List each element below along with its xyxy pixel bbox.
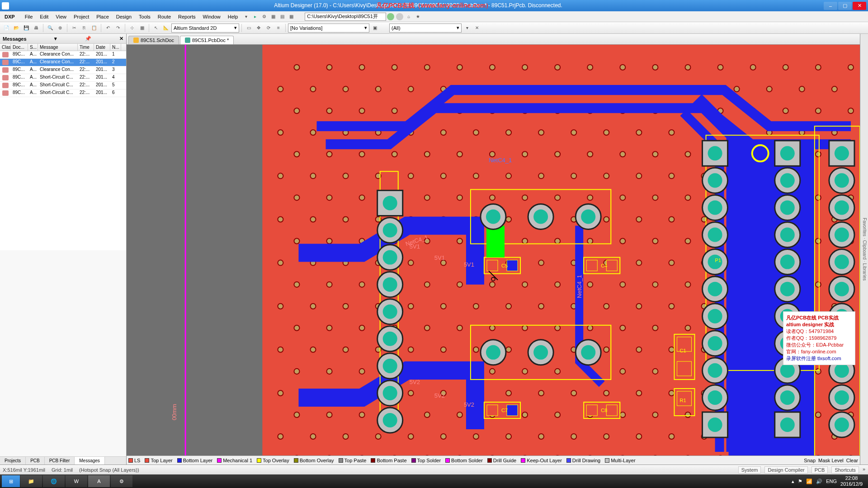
select-icon[interactable]: ▭ <box>244 23 253 33</box>
pcb-canvas[interactable]: 00mm <box>127 45 860 455</box>
toolbar-dropdown-icon[interactable]: ▾ <box>241 12 250 21</box>
clock[interactable]: 22:08 2016/12/9 <box>840 475 863 487</box>
app-taskbar-icon[interactable]: W <box>66 475 87 487</box>
reports-menu[interactable]: Reports <box>175 13 199 20</box>
open-icon[interactable]: 📂 <box>12 23 21 33</box>
path-box[interactable] <box>305 13 386 21</box>
clear-button[interactable]: Clear <box>846 458 858 463</box>
layer-ls[interactable]: LS <box>128 458 140 463</box>
tool-taskbar-icon[interactable]: ⚙ <box>111 475 132 487</box>
pcb-tab[interactable]: PCB <box>26 457 45 465</box>
system-button[interactable]: System <box>738 466 761 474</box>
filter-apply-icon[interactable]: ▾ <box>462 23 472 33</box>
print-icon[interactable]: 🖶 <box>32 23 41 33</box>
filter-clear-icon[interactable]: ✕ <box>472 23 481 33</box>
layer-bot-solder[interactable]: Bottom Solder <box>445 458 483 463</box>
lang-indicator[interactable]: ENG <box>826 479 837 484</box>
minimize-button[interactable]: – <box>824 2 837 10</box>
message-row[interactable]: 89C...A...Clearance Con...22:...201...1 <box>0 51 126 59</box>
layer-keepout[interactable]: Keep-Out Layer <box>521 458 562 463</box>
mask-level[interactable]: Mask Level <box>818 458 844 463</box>
explorer-taskbar-icon[interactable]: 📁 <box>20 475 42 487</box>
right-sidebar[interactable]: Favorites · Clipboard · Libraries <box>860 34 868 465</box>
pointer-icon[interactable]: ↖ <box>151 23 160 33</box>
tray-up-icon[interactable]: ▴ <box>792 479 794 484</box>
layer-top-paste[interactable]: Top Paste <box>339 458 367 463</box>
message-row[interactable]: 89C...A...Clearance Con...22:...201...3 <box>0 66 126 74</box>
snap-icon[interactable]: ⊹ <box>127 23 137 33</box>
tray-status-icon[interactable]: ⚑ <box>798 479 802 484</box>
preview-icon[interactable]: 🔍 <box>46 23 55 33</box>
dxp-menu[interactable]: DXP <box>2 13 18 20</box>
layer-top-solder[interactable]: Top Solder <box>411 458 441 463</box>
grid-icon[interactable]: ▦ <box>269 12 278 21</box>
copy-icon[interactable]: ⎘ <box>80 23 89 33</box>
tools-menu[interactable]: Tools <box>135 13 154 20</box>
config-icon[interactable]: ⚙ <box>259 12 269 21</box>
layer-top[interactable]: Top Layer <box>145 458 172 463</box>
run-icon[interactable]: ▸ <box>250 12 259 21</box>
project-menu[interactable]: Project <box>70 13 93 20</box>
messages-grid[interactable]: Class Doc... S... Message Time Date N...… <box>0 44 126 250</box>
projects-tab[interactable]: Projects <box>0 457 26 465</box>
redo-icon[interactable]: ↷ <box>113 23 123 33</box>
panel-close-icon[interactable]: ✕ <box>119 36 123 42</box>
home-icon[interactable]: ⌂ <box>404 12 413 21</box>
grid2-icon[interactable]: ▦ <box>287 12 296 21</box>
shortcuts-button[interactable]: Shortcuts <box>831 466 859 474</box>
file-menu[interactable]: File <box>21 13 37 20</box>
design-menu[interactable]: Design <box>113 13 135 20</box>
sch-doc-tab[interactable]: 89C51.SchDoc <box>128 36 179 44</box>
paste-icon[interactable]: 📋 <box>90 23 99 33</box>
layer-drill-draw[interactable]: Drill Drawing <box>566 458 600 463</box>
view-mode-combo[interactable]: Altium Standard 2D▾ <box>171 23 239 33</box>
layer-bot-overlay[interactable]: Bottom Overlay <box>294 458 334 463</box>
layer-top-overlay[interactable]: Top Overlay <box>257 458 289 463</box>
route-menu[interactable]: Route <box>154 13 175 20</box>
message-row[interactable]: 89C...A...Short-Circuit C...22:...201...… <box>0 89 126 97</box>
align-icon[interactable]: ≡ <box>274 23 283 33</box>
design-compiler-button[interactable]: Design Compiler <box>764 466 807 474</box>
edit-menu[interactable]: Edit <box>36 13 52 20</box>
back-icon[interactable] <box>387 13 394 20</box>
filter-combo[interactable]: (All)▾ <box>389 23 462 33</box>
layer-multi[interactable]: Multi-Layer <box>605 458 635 463</box>
layers-btn-icon[interactable]: ▣ <box>370 23 379 33</box>
message-row[interactable]: 89C...A...Short-Circuit C...22:...201...… <box>0 74 126 82</box>
pin-icon[interactable]: 📌 <box>85 36 91 42</box>
undo-icon[interactable]: ↶ <box>104 23 113 33</box>
move-icon[interactable]: ✥ <box>254 23 263 33</box>
layers-icon[interactable]: ▤ <box>278 12 287 21</box>
layer-drill-guide[interactable]: Drill Guide <box>487 458 516 463</box>
snap-toggle[interactable]: Snap <box>804 458 816 463</box>
zoom-icon[interactable]: ⊕ <box>56 23 65 33</box>
network-icon[interactable]: 📶 <box>806 479 812 484</box>
browser-taskbar-icon[interactable]: 🌐 <box>43 475 65 487</box>
pcb-button[interactable]: PCB <box>811 466 828 474</box>
message-row[interactable]: 89C...A...Short-Circuit C...22:...201...… <box>0 82 126 89</box>
maximize-button[interactable]: ▢ <box>838 2 852 10</box>
altium-taskbar-icon[interactable]: A <box>88 475 110 487</box>
window-menu[interactable]: Window <box>199 13 224 20</box>
menu-chevron-icon[interactable]: » <box>863 466 865 474</box>
pcb-filter-tab[interactable]: PCB Filter <box>45 457 75 465</box>
rotate-icon[interactable]: ⟳ <box>264 23 273 33</box>
measure-icon[interactable]: 📐 <box>161 23 170 33</box>
pcb-doc-tab[interactable]: 89C51.PcbDoc * <box>180 36 234 44</box>
message-row[interactable]: 89C...A...Clearance Con...22:...201...2 <box>0 59 126 66</box>
layer-bottom[interactable]: Bottom Layer <box>177 458 212 463</box>
grid-snap-icon[interactable]: ▦ <box>137 23 146 33</box>
layer-mech[interactable]: Mechanical 1 <box>217 458 252 463</box>
start-button[interactable]: ⊞ <box>2 475 20 487</box>
close-button[interactable]: ✕ <box>853 2 866 10</box>
new-icon[interactable]: 📄 <box>2 23 11 33</box>
volume-icon[interactable]: 🔊 <box>816 479 822 484</box>
save-icon[interactable]: 💾 <box>22 23 31 33</box>
variations-combo[interactable]: [No Variations]▾ <box>288 23 369 33</box>
place-menu[interactable]: Place <box>93 13 113 20</box>
help-menu[interactable]: Help <box>224 13 242 20</box>
view-menu[interactable]: View <box>52 13 70 20</box>
layer-bot-paste[interactable]: Bottom Paste <box>371 458 406 463</box>
forward-icon[interactable] <box>396 13 403 20</box>
panel-dropdown-icon[interactable]: ▾ <box>54 36 57 42</box>
